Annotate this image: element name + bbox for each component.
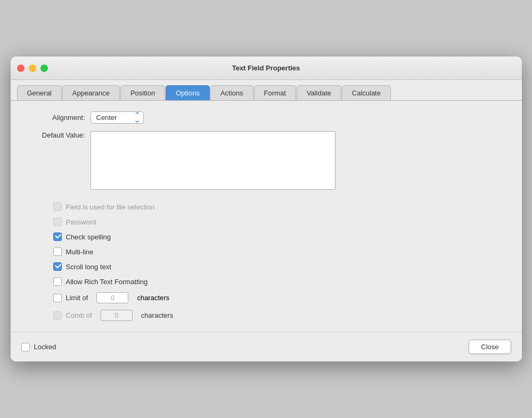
alignment-label: Alignment: [27, 114, 91, 122]
default-value-row: Default Value: [27, 131, 506, 190]
comb-of-checkbox[interactable] [53, 311, 62, 320]
checkboxes-section: Field is used for file selection Passwor… [27, 203, 506, 321]
window: Text Field Properties General Appearance… [11, 57, 522, 361]
tab-appearance[interactable]: Appearance [62, 85, 120, 100]
check-spelling-checkbox[interactable] [53, 232, 62, 241]
password-row: Password [53, 218, 506, 226]
window-title: Text Field Properties [232, 64, 300, 72]
locked-checkbox[interactable] [21, 343, 30, 351]
file-selection-row: Field is used for file selection [53, 203, 506, 211]
allow-rich-text-row: Allow Rich Text Formatting [53, 277, 506, 286]
alignment-select-wrapper: Left Center Right ⌃⌄ [91, 111, 144, 124]
footer: Locked Close [11, 332, 522, 361]
close-window-button[interactable] [17, 65, 24, 72]
file-selection-label[interactable]: Field is used for file selection [66, 203, 155, 211]
comb-of-label[interactable]: Comb of [66, 311, 92, 319]
scroll-long-text-checkbox[interactable] [53, 262, 62, 271]
close-button[interactable]: Close [469, 340, 511, 354]
password-checkbox[interactable] [53, 218, 62, 226]
content-area: Alignment: Left Center Right ⌃⌄ Default … [11, 100, 522, 332]
maximize-window-button[interactable] [40, 65, 48, 72]
scroll-long-text-row: Scroll long text [53, 262, 506, 271]
check-spelling-row: Check spelling [53, 232, 506, 241]
minimize-window-button[interactable] [29, 65, 36, 72]
limit-of-row: Limit of characters [53, 292, 506, 303]
limit-of-suffix: characters [137, 294, 169, 302]
file-selection-checkbox[interactable] [53, 203, 62, 211]
allow-rich-text-checkbox[interactable] [53, 277, 62, 286]
multi-line-row: Multi-line [53, 247, 506, 256]
locked-label[interactable]: Locked [34, 343, 56, 351]
titlebar-buttons [17, 65, 48, 72]
comb-of-suffix: characters [141, 311, 174, 319]
locked-section: Locked [21, 343, 56, 351]
multi-line-label[interactable]: Multi-line [66, 248, 94, 256]
check-spelling-label[interactable]: Check spelling [66, 233, 111, 241]
tab-actions[interactable]: Actions [210, 85, 253, 100]
multi-line-checkbox[interactable] [53, 247, 62, 256]
titlebar: Text Field Properties [11, 57, 522, 80]
password-label[interactable]: Password [66, 218, 96, 226]
tab-format[interactable]: Format [254, 85, 296, 100]
limit-of-input[interactable] [96, 292, 128, 303]
default-value-textarea[interactable] [91, 131, 335, 190]
tab-options[interactable]: Options [166, 85, 210, 100]
tab-general[interactable]: General [17, 85, 62, 100]
scroll-long-text-label[interactable]: Scroll long text [66, 263, 111, 271]
limit-of-label[interactable]: Limit of [66, 294, 88, 302]
tab-validate[interactable]: Validate [297, 85, 341, 100]
allow-rich-text-label[interactable]: Allow Rich Text Formatting [66, 278, 148, 286]
alignment-row: Alignment: Left Center Right ⌃⌄ [27, 111, 506, 124]
comb-of-row: Comb of characters [53, 310, 506, 321]
limit-of-checkbox[interactable] [53, 294, 62, 302]
alignment-select[interactable]: Left Center Right [91, 111, 144, 124]
tabs-container: General Appearance Position Options Acti… [11, 80, 522, 100]
tab-position[interactable]: Position [120, 85, 165, 100]
comb-of-input[interactable] [101, 310, 133, 321]
default-value-label: Default Value: [27, 131, 91, 139]
tab-calculate[interactable]: Calculate [342, 85, 391, 100]
